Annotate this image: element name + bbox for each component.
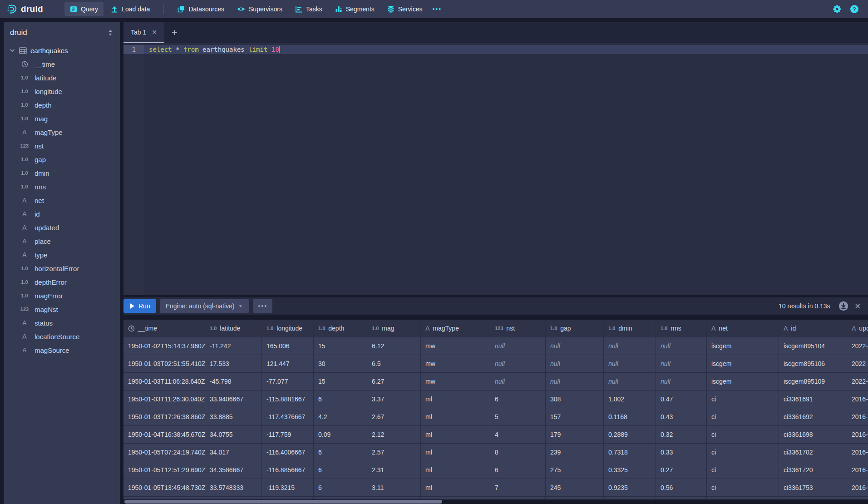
table-cell[interactable]: 33.9406667 — [205, 390, 262, 408]
column-header-gap[interactable]: 1.0gap — [546, 320, 604, 337]
table-cell[interactable]: mw — [421, 355, 490, 373]
table-cell[interactable]: 34.3586667 — [205, 461, 262, 479]
table-cell[interactable]: -45.798 — [205, 373, 262, 390]
column-header-mag[interactable]: 1.0mag — [367, 320, 421, 337]
table-cell[interactable]: 239 — [546, 444, 604, 461]
table-cell[interactable]: 7 — [490, 479, 546, 497]
column-header-id[interactable]: Aid — [779, 320, 847, 337]
nav-item-segments[interactable]: Segments — [330, 2, 380, 16]
table-cell[interactable]: 275 — [546, 461, 604, 479]
table-cell[interactable]: ci — [707, 479, 779, 497]
column-item-id[interactable]: Aid — [4, 207, 120, 221]
table-cell[interactable]: -77.077 — [262, 373, 314, 390]
column-item-place[interactable]: Aplace — [4, 234, 120, 248]
table-cell[interactable]: 6.5 — [367, 355, 421, 373]
sql-code-line[interactable]: select * from earthquakes limit 10 — [144, 45, 868, 54]
help-icon[interactable]: ? — [850, 5, 859, 14]
table-cell[interactable]: 30 — [314, 355, 367, 373]
table-cell[interactable]: 157 — [546, 408, 604, 426]
table-cell[interactable]: 6 — [490, 390, 546, 408]
column-header-updated[interactable]: Aupdated — [847, 320, 868, 337]
column-item-net[interactable]: Anet — [4, 193, 120, 207]
column-item-magType[interactable]: AmagType — [4, 125, 120, 139]
nav-item-tasks[interactable]: Tasks — [290, 2, 328, 16]
table-cell[interactable]: 0.32 — [656, 426, 707, 444]
table-cell[interactable]: 6 — [314, 479, 367, 497]
column-item-magSource[interactable]: AmagSource — [4, 343, 120, 357]
query-more-button[interactable]: ••• — [253, 299, 272, 313]
table-cell[interactable]: ci3361702 — [779, 444, 847, 461]
table-cell[interactable]: mw — [421, 337, 490, 355]
table-cell[interactable]: 0.7318 — [604, 444, 656, 461]
table-cell[interactable]: -117.4376667 — [262, 408, 314, 426]
table-cell[interactable]: null — [490, 337, 546, 355]
run-button[interactable]: Run — [123, 299, 156, 313]
table-cell[interactable]: -11.242 — [205, 337, 262, 355]
table-cell[interactable]: 4.2 — [314, 408, 367, 426]
table-cell[interactable]: 2022-0 — [847, 337, 868, 355]
column-header-depth[interactable]: 1.0depth — [314, 320, 367, 337]
table-cell[interactable]: iscgem895106 — [779, 355, 847, 373]
table-cell[interactable]: 15 — [314, 337, 367, 355]
table-cell[interactable]: iscgem — [707, 337, 779, 355]
column-item-status[interactable]: Astatus — [4, 316, 120, 330]
table-cell[interactable]: 15 — [314, 373, 367, 390]
column-header-__time[interactable]: __time — [123, 320, 205, 337]
chevron-down-icon[interactable] — [9, 47, 15, 54]
table-cell[interactable]: 6 — [490, 461, 546, 479]
table-cell[interactable]: ci — [707, 408, 779, 426]
table-cell[interactable]: 1950-01-05T12:51:29.690Z — [123, 461, 205, 479]
table-cell[interactable]: null — [490, 355, 546, 373]
table-cell[interactable]: ci — [707, 426, 779, 444]
nav-item-datasources[interactable]: Datasources — [172, 2, 230, 16]
table-cell[interactable]: 2022-0 — [847, 355, 868, 373]
column-item-magError[interactable]: 1.0magError — [4, 289, 120, 302]
download-icon[interactable] — [838, 301, 848, 311]
nav-item-supervisors[interactable]: Supervisors — [232, 2, 288, 16]
column-item-magNst[interactable]: 123magNst — [4, 302, 120, 316]
druid-logo[interactable]: druid — [6, 4, 43, 15]
engine-select[interactable]: Engine: auto (sql-native) — [160, 299, 250, 313]
table-cell[interactable]: 308 — [546, 390, 604, 408]
table-cell[interactable]: 1950-01-04T16:38:45.670Z — [123, 426, 205, 444]
column-header-longitude[interactable]: 1.0longitude — [262, 320, 314, 337]
table-cell[interactable]: ci3361698 — [779, 426, 847, 444]
table-cell[interactable]: 2016-0 — [847, 479, 868, 497]
table-cell[interactable]: 34.017 — [205, 444, 262, 461]
table-cell[interactable]: 1950-01-03T02:51:55.410Z — [123, 355, 205, 373]
column-header-rms[interactable]: 1.0rms — [656, 320, 707, 337]
table-cell[interactable]: 34.0755 — [205, 426, 262, 444]
table-cell[interactable]: 2016-0 — [847, 426, 868, 444]
column-header-magType[interactable]: AmagType — [421, 320, 490, 337]
column-item-locationSource[interactable]: AlocationSource — [4, 330, 120, 343]
table-cell[interactable]: 3.11 — [367, 479, 421, 497]
table-cell[interactable]: 33.8885 — [205, 408, 262, 426]
table-cell[interactable]: ml — [421, 390, 490, 408]
table-cell[interactable]: 2.12 — [367, 426, 421, 444]
column-item-latitude[interactable]: 1.0latitude — [4, 71, 120, 84]
column-item-horizontalError[interactable]: 1.0horizontalError — [4, 262, 120, 275]
editor-line-1[interactable]: 1 select * from earthquakes limit 10 — [123, 45, 868, 54]
table-cell[interactable]: 17.533 — [205, 355, 262, 373]
table-cell[interactable]: iscgem895104 — [779, 337, 847, 355]
table-cell[interactable]: ci3361692 — [779, 408, 847, 426]
column-item-type[interactable]: Atype — [4, 248, 120, 262]
table-cell[interactable]: -116.4006667 — [262, 444, 314, 461]
add-tab-button[interactable]: + — [164, 22, 185, 43]
tab-1[interactable]: Tab 1 ✕ — [123, 22, 164, 43]
table-cell[interactable]: 2016-0 — [847, 390, 868, 408]
sort-columns-icon[interactable] — [107, 29, 113, 36]
table-cell[interactable]: 8 — [490, 444, 546, 461]
column-item-gap[interactable]: 1.0gap — [4, 153, 120, 166]
table-cell[interactable]: 1950-01-03T17:26:38.860Z — [123, 408, 205, 426]
table-cell[interactable]: 6.12 — [367, 337, 421, 355]
table-cell[interactable]: null — [604, 373, 656, 390]
horizontal-scrollbar[interactable] — [123, 499, 868, 504]
table-cell[interactable]: 165.006 — [262, 337, 314, 355]
table-cell[interactable]: null — [490, 373, 546, 390]
table-cell[interactable]: 6 — [314, 444, 367, 461]
table-cell[interactable]: ml — [421, 426, 490, 444]
table-cell[interactable]: null — [546, 337, 604, 355]
table-cell[interactable]: 0.43 — [656, 408, 707, 426]
table-cell[interactable]: 1950-01-02T15:14:37.960Z — [123, 337, 205, 355]
